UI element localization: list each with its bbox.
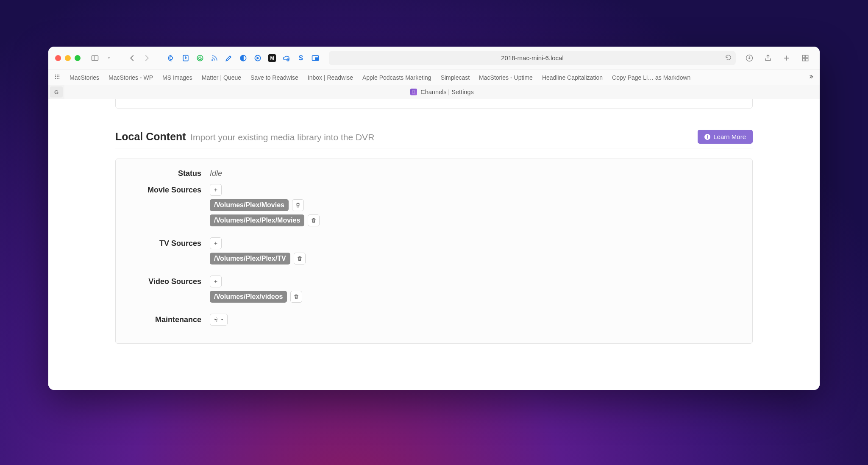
bookmark-item[interactable]: Apple Podcasts Marketing (362, 74, 431, 81)
video-sources-label: Video Sources (125, 276, 210, 286)
bookmark-item[interactable]: Headline Capitalization (542, 74, 603, 81)
minimize-window-icon[interactable] (65, 55, 71, 61)
bookmark-item[interactable]: Copy Page Li… as Markdown (612, 74, 690, 81)
tv-sources-row: TV Sources /Volumes/Plex/Plex/TV (125, 237, 743, 265)
svg-point-18 (55, 75, 56, 75)
svg-rect-16 (802, 58, 805, 61)
svg-rect-15 (806, 55, 808, 58)
toolbar-right (744, 53, 813, 63)
svg-point-21 (55, 76, 56, 77)
add-video-source-button[interactable] (210, 276, 222, 287)
new-tab-icon[interactable] (782, 53, 792, 63)
address-text: 2018-mac-mini-6.local (501, 54, 564, 61)
tv-source-item: /Volumes/Plex/Plex/TV (210, 253, 306, 265)
add-tv-source-button[interactable] (210, 237, 222, 249)
back-button[interactable] (127, 53, 137, 63)
bookmarks-bar: MacStories MacStories - WP MS Images Mat… (48, 70, 820, 85)
gear-icon (214, 317, 219, 322)
svg-point-26 (58, 78, 59, 79)
source-path: /Volumes/Plex/Plex/TV (210, 253, 290, 265)
page-content: Local Content Import your existing media… (48, 99, 820, 390)
section-title: Local Content (115, 131, 186, 142)
sidebar-toggle-icon[interactable] (90, 53, 100, 63)
traffic-lights (55, 55, 81, 61)
tab-overview-icon[interactable] (800, 53, 810, 63)
local-content-card: Status Idle Movie Sources /Volumes/Plex/… (115, 159, 753, 344)
delete-source-button[interactable] (290, 291, 302, 303)
source-path: /Volumes/Plex/Plex/Movies (210, 214, 304, 226)
address-bar[interactable]: 2018-mac-mini-6.local (329, 51, 736, 65)
bookmark-item[interactable]: Save to Readwise (250, 74, 298, 81)
svg-rect-10 (315, 58, 318, 60)
bookmarks-grid-icon[interactable] (54, 74, 60, 81)
section-title-wrap: Local Content Import your existing media… (115, 131, 374, 143)
info-icon: i (704, 134, 710, 140)
downloads-icon[interactable] (744, 53, 754, 63)
ext-rss-icon[interactable] (209, 53, 220, 63)
ext-highlighter-icon[interactable] (224, 53, 234, 63)
movie-source-item: /Volumes/Plex/Plex/Movies (210, 214, 320, 226)
svg-point-22 (57, 76, 58, 77)
svg-rect-17 (806, 58, 808, 61)
ext-pip-icon[interactable] (310, 53, 320, 63)
ext-m-badge-icon[interactable]: M (267, 53, 277, 63)
ext-streaming-icon[interactable] (166, 53, 176, 63)
tab-title: Channels | Settings (420, 89, 473, 95)
ext-darkmode-icon[interactable] (238, 53, 248, 63)
pinned-tab-icon[interactable]: G (50, 86, 63, 97)
caret-down-icon (220, 318, 224, 321)
svg-point-25 (57, 78, 58, 79)
status-value: Idle (210, 167, 222, 178)
svg-point-5 (212, 59, 213, 61)
close-window-icon[interactable] (55, 55, 61, 61)
active-tab[interactable]: ⬚ Channels | Settings (64, 85, 820, 99)
status-row: Status Idle (125, 167, 743, 178)
maintenance-label: Maintenance (125, 314, 210, 324)
bookmark-item[interactable]: MacStories - Uptime (479, 74, 533, 81)
svg-point-20 (58, 75, 59, 75)
ext-cloud-icon[interactable] (281, 53, 292, 63)
add-movie-source-button[interactable] (210, 184, 222, 196)
share-icon[interactable] (763, 53, 773, 63)
toolbar: M 2018-mac-mini-6.local (48, 47, 820, 70)
zoom-window-icon[interactable] (75, 55, 81, 61)
bookmark-item[interactable]: Simplecast (441, 74, 470, 81)
tab-favicon-icon: ⬚ (410, 89, 417, 95)
tab-group-chevron-icon[interactable] (104, 53, 114, 63)
ext-bookmark-icon[interactable] (181, 53, 191, 63)
section-header: Local Content Import your existing media… (115, 130, 753, 148)
svg-rect-14 (802, 55, 805, 58)
previous-card-bottom (115, 99, 753, 109)
ext-grammarly-icon[interactable] (195, 53, 205, 63)
svg-point-19 (57, 75, 58, 75)
delete-source-button[interactable] (292, 199, 304, 211)
movie-source-item: /Volumes/Plex/Movies (210, 199, 304, 211)
learn-more-button[interactable]: i Learn More (698, 130, 753, 144)
movie-sources-label: Movie Sources (125, 184, 210, 195)
svg-point-23 (58, 76, 59, 77)
reload-icon[interactable] (725, 54, 732, 62)
browser-window: M 2018-mac-mini-6.local MacStories MacSt… (48, 47, 820, 390)
maintenance-row: Maintenance (125, 314, 743, 326)
bookmark-item[interactable]: MacStories - WP (108, 74, 153, 81)
status-label: Status (125, 167, 210, 178)
forward-button[interactable] (142, 53, 152, 63)
bookmarks-overflow-icon[interactable] (808, 74, 814, 81)
svg-point-2 (170, 56, 173, 59)
video-sources-row: Video Sources /Volumes/Plex/videos (125, 276, 743, 303)
svg-point-27 (216, 319, 217, 320)
ext-s-icon[interactable] (296, 53, 306, 63)
delete-source-button[interactable] (308, 214, 320, 226)
source-path: /Volumes/Plex/videos (210, 291, 287, 303)
svg-rect-0 (92, 56, 98, 61)
bookmark-item[interactable]: MS Images (162, 74, 192, 81)
maintenance-menu-button[interactable] (210, 314, 228, 326)
ext-play-icon[interactable] (253, 53, 263, 63)
bookmark-item[interactable]: Matter | Queue (202, 74, 241, 81)
bookmark-item[interactable]: MacStories (70, 74, 99, 81)
bookmark-item[interactable]: Inbox | Readwise (308, 74, 353, 81)
video-source-item: /Volumes/Plex/videos (210, 291, 302, 303)
tv-sources-label: TV Sources (125, 237, 210, 248)
delete-source-button[interactable] (294, 253, 306, 265)
source-path: /Volumes/Plex/Movies (210, 199, 289, 211)
